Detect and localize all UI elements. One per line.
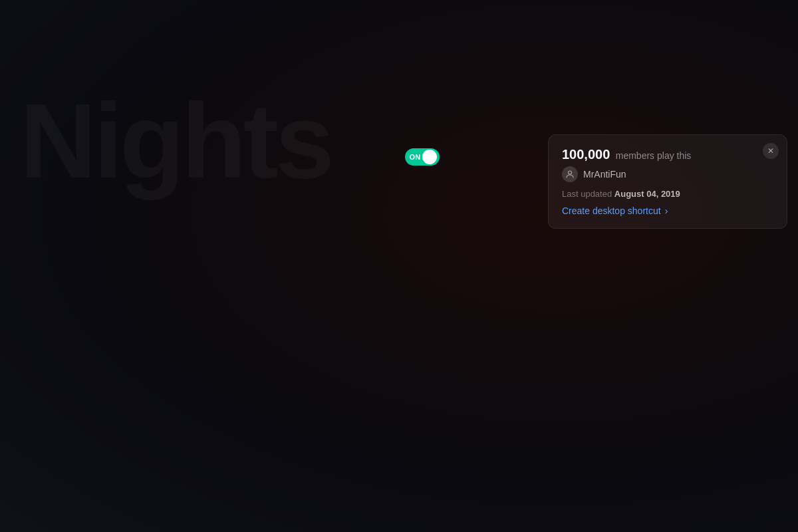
- toggle-on-label: ON: [410, 153, 421, 161]
- svg-point-21: [569, 171, 572, 174]
- background-text: Nights: [20, 80, 331, 202]
- creator-row: MrAntiFun: [562, 166, 773, 182]
- members-count: 100,000: [562, 147, 610, 162]
- cheat-toggle[interactable]: ON: [405, 148, 440, 166]
- last-updated: Last updated August 04, 2019: [562, 189, 773, 199]
- toggle-knob: [422, 150, 437, 164]
- close-info-button[interactable]: ✕: [763, 143, 779, 159]
- creator-name: MrAntiFun: [583, 169, 626, 180]
- toggle-switch[interactable]: ON: [405, 148, 440, 166]
- last-updated-prefix: Last updated: [562, 189, 612, 199]
- members-label: members play this: [616, 150, 692, 161]
- chevron-right-icon: ›: [665, 205, 668, 216]
- info-card: ✕ 100,000 members play this: [548, 134, 787, 229]
- desktop-shortcut-label: Create desktop shortcut: [562, 205, 661, 216]
- creator-avatar: [562, 166, 578, 182]
- info-panel: ✕ 100,000 members play this: [548, 134, 787, 532]
- members-row: 100,000 members play this: [562, 147, 773, 162]
- last-updated-date: August 04, 2019: [614, 189, 680, 199]
- desktop-shortcut-link[interactable]: Create desktop shortcut ›: [562, 205, 773, 216]
